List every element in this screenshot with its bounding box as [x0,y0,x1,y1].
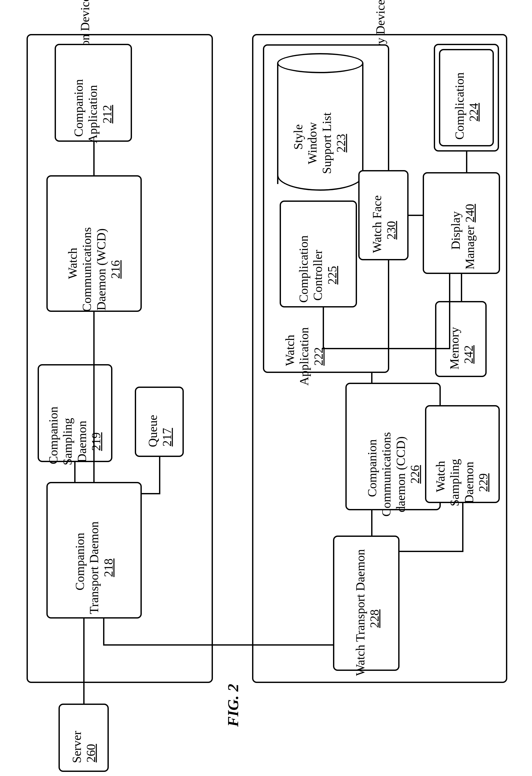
connector [74,462,75,482]
companion-application-label: Companion Application 212 [57,52,128,176]
connector [371,510,372,536]
connector [83,618,84,704]
watch-face-label: Watch Face 230 [356,179,413,282]
connector [323,308,324,349]
complication-controller-label: Complication Controller 225 [282,213,353,337]
connector [462,503,464,552]
companion-sampling-label: Companion Sampling Daemon 219 [32,380,117,504]
figure-caption: FIG. 2 [224,684,242,727]
connector [93,312,95,482]
connector [159,457,160,494]
memory-label: Memory 242 [433,311,490,398]
connector [142,493,160,494]
display-manager-label: Display Manager 240 [434,182,491,291]
connector [371,373,372,383]
connector [93,142,95,175]
connector [103,644,333,645]
watch-transport-label: Watch Transport Daemon 228 [339,541,396,696]
connector [103,618,105,644]
diagram-page: Companion Device 210 Companion Applicati… [0,0,532,776]
connector [323,348,450,349]
style-list-label: Style Window Support List 223 [277,81,362,205]
style-list-cylinder-top [277,53,363,73]
server-label: Server 260 [55,715,113,776]
companion-transport-label: Companion Transport Daemon 218 [58,493,130,642]
connector [449,274,450,349]
connector [466,152,467,172]
watch-sampling-label: Watch Sampling Daemon 229 [419,421,504,545]
connector [399,551,464,552]
connector [408,215,423,216]
connector [461,274,462,301]
